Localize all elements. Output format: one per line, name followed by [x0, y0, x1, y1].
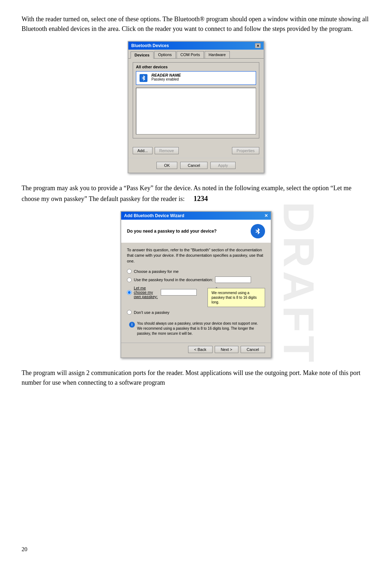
radio-option-4: Don’t use a passkey: [127, 310, 265, 315]
tab-devices[interactable]: Devices: [131, 51, 154, 59]
radio-let-me-choose[interactable]: [127, 290, 132, 295]
paragraph2-passkey-label: “Pass Key”: [124, 184, 153, 192]
passkey-value: 1234: [193, 195, 208, 202]
radio-option-2: Use the passkey found in the documentati…: [127, 276, 265, 283]
bt-device-name: READER NAME: [151, 73, 181, 77]
wizard-header: Do you need a passkey to add your device…: [121, 220, 271, 243]
bluetooth-devices-screenshot: Bluetooth Devices ✕ Devices Options COM …: [22, 41, 370, 173]
wizard-note-text: You should always use a passkey, unless …: [137, 321, 263, 336]
radio-choose-passkey-label: Choose a passkey for me: [134, 269, 179, 274]
radio-use-documentation-label: Use the passkey found in the documentati…: [134, 278, 213, 282]
wizard-footer: < Back Next > Cancel: [121, 343, 271, 357]
passkey-documentation-input[interactable]: [215, 276, 251, 283]
wizard-back-button[interactable]: < Back: [188, 346, 213, 353]
paragraph2: The program may ask you to provide a “Pa…: [22, 183, 370, 204]
bt-device-item[interactable]: READER NAME Passkey enabled: [136, 71, 256, 85]
wizard-note: i You should always use a passkey, unles…: [127, 319, 265, 338]
wizard-dialog: Add Bluetooth Device Wizard ✕ Do you nee…: [120, 211, 272, 358]
wizard-body: To answer this question, refer to the "B…: [121, 243, 271, 343]
bt-device-list-empty: [136, 88, 256, 134]
tooltip-row: Let me choose my own passkey: We recomme…: [127, 286, 265, 307]
radio-no-passkey[interactable]: [127, 310, 132, 315]
wizard-cancel-button[interactable]: Cancel: [241, 346, 265, 353]
bt-cancel-button[interactable]: Cancel: [180, 162, 208, 169]
bt-device-info: READER NAME Passkey enabled: [151, 73, 181, 81]
bt-add-button[interactable]: Add...: [133, 147, 152, 154]
bt-remove-button[interactable]: Remove: [155, 147, 179, 154]
tab-com-ports[interactable]: COM Ports: [177, 51, 204, 58]
radio-option-1: Choose a passkey for me: [127, 269, 265, 274]
wizard-titlebar: Add Bluetooth Device Wizard ✕: [121, 212, 271, 220]
wizard-header-question: Do you need a passkey to add your device…: [127, 229, 216, 234]
bt-properties-button[interactable]: Properties: [232, 147, 259, 154]
bt-dialog-titlebar: Bluetooth Devices ✕: [128, 42, 264, 50]
bt-ok-cancel-row: OK Cancel Apply: [128, 160, 264, 173]
paragraph2-part1: The program may ask you to provide a: [22, 184, 124, 192]
bt-device-status: Passkey enabled: [151, 77, 181, 81]
radio-choose-passkey[interactable]: [127, 269, 132, 274]
passkey-tooltip: We recommend using a passkey that is 8 t…: [208, 288, 265, 307]
bt-tabs-row: Devices Options COM Ports Hardware: [128, 50, 264, 59]
radio-use-documentation[interactable]: [127, 278, 132, 282]
wizard-screenshot: Add Bluetooth Device Wizard ✕ Do you nee…: [22, 211, 370, 358]
page-number: 20: [22, 546, 27, 553]
tab-options[interactable]: Options: [154, 51, 176, 58]
wizard-info-text: To answer this question, refer to the "B…: [127, 247, 265, 264]
wizard-close-button[interactable]: ✕: [264, 213, 268, 218]
info-icon: i: [129, 322, 135, 328]
wizard-title-text: Add Bluetooth Device Wizard: [124, 213, 184, 218]
tab-hardware[interactable]: Hardware: [205, 51, 230, 58]
wizard-next-button[interactable]: Next >: [215, 346, 238, 353]
bt-group-label: All other devices: [136, 65, 256, 69]
bt-close-button[interactable]: ✕: [255, 43, 261, 48]
paragraph3: The program will assign 2 communication …: [22, 368, 370, 388]
bt-ok-button[interactable]: OK: [156, 162, 177, 169]
bt-tab-content: All other devices READER NAME: [128, 59, 264, 145]
bt-apply-button[interactable]: Apply: [210, 162, 236, 169]
bt-dialog-title-text: Bluetooth Devices: [131, 43, 169, 48]
bt-action-buttons: Add... Remove Properties: [128, 145, 264, 156]
radio-let-me-choose-label: Let me choose my own passkey:: [134, 286, 159, 299]
bluetooth-devices-dialog: Bluetooth Devices ✕ Devices Options COM …: [128, 41, 264, 173]
paragraph1: With the reader turned on, select one of…: [22, 14, 370, 34]
bluetooth-device-icon: [138, 73, 149, 83]
bt-all-devices-group: All other devices READER NAME: [133, 62, 259, 138]
passkey-own-input[interactable]: [161, 289, 197, 296]
radio-no-passkey-label: Don’t use a passkey: [134, 310, 169, 315]
radio-option-3: Let me choose my own passkey:: [127, 286, 197, 299]
wizard-bluetooth-logo: [251, 224, 265, 238]
